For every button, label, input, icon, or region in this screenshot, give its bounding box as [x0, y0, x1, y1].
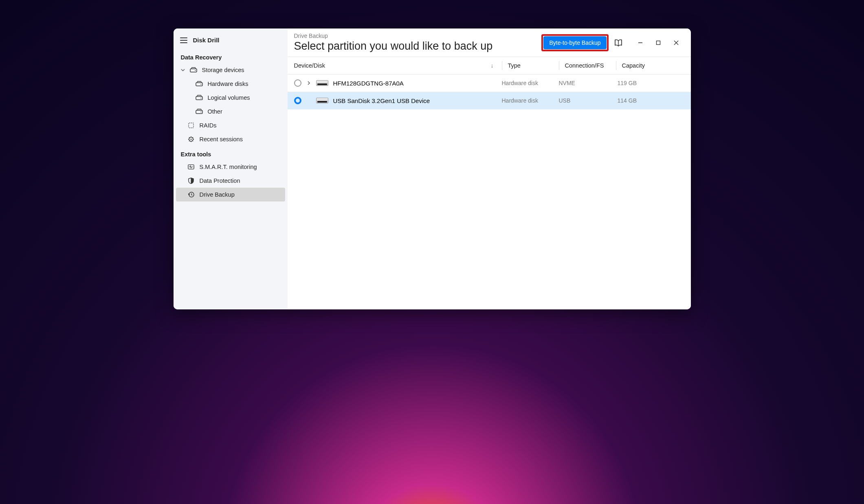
menu-icon[interactable]: [180, 37, 187, 43]
svg-point-1: [195, 70, 196, 71]
table-row[interactable]: USB SanDisk 3.2Gen1 USB Device Hardware …: [288, 92, 691, 110]
sidebar-item-label: Other: [208, 108, 222, 115]
column-header-connection[interactable]: Connection/FS: [559, 61, 616, 70]
svg-point-7: [200, 112, 201, 112]
nav-data-recovery: Storage devices Hardware disks Logical v…: [174, 63, 288, 146]
title-block: Drive Backup Select partition you would …: [294, 33, 542, 53]
close-button[interactable]: [667, 36, 685, 49]
sidebar-item-label: S.M.A.R.T. monitoring: [200, 164, 257, 170]
titlebar: Drive Backup Select partition you would …: [288, 28, 691, 57]
device-connection: NVME: [559, 80, 616, 86]
pulse-icon: [187, 163, 195, 171]
column-label: Capacity: [622, 62, 645, 69]
book-icon[interactable]: [614, 39, 622, 46]
column-header-type[interactable]: Type: [502, 61, 559, 70]
drive-icon: [196, 108, 203, 115]
chevron-down-icon: [181, 68, 185, 72]
sidebar-item-label: Data Protection: [200, 177, 240, 184]
device-connection: USB: [559, 97, 616, 104]
sort-arrow-down-icon: ↓: [491, 62, 494, 69]
sidebar: Disk Drill Data Recovery Storage devices…: [174, 28, 288, 309]
sidebar-item-recent-sessions[interactable]: Recent sessions: [174, 132, 288, 146]
sidebar-item-label: RAIDs: [200, 122, 217, 129]
raid-icon: [187, 122, 195, 129]
sidebar-item-label: Drive Backup: [200, 191, 235, 198]
column-label: Type: [508, 62, 521, 69]
svg-point-10: [190, 139, 191, 140]
drive-icon: [196, 94, 203, 101]
sidebar-item-storage-devices[interactable]: Storage devices: [174, 63, 288, 77]
device-type: Hardware disk: [502, 97, 559, 104]
app-title: Disk Drill: [193, 37, 220, 44]
column-header-device[interactable]: Device/Disk ↓: [294, 62, 502, 69]
device-name: HFM128GDGTNG-87A0A: [333, 80, 404, 87]
main-content: Drive Backup Select partition you would …: [288, 28, 691, 309]
sidebar-item-data-protection[interactable]: Data Protection: [174, 174, 288, 188]
highlight-annotation: Byte-to-byte Backup: [541, 34, 608, 51]
sidebar-item-label: Hardware disks: [208, 81, 248, 87]
sidebar-item-drive-backup[interactable]: Drive Backup: [176, 188, 285, 202]
sidebar-item-smart[interactable]: S.M.A.R.T. monitoring: [174, 160, 288, 174]
shield-icon: [187, 177, 195, 184]
drive-icon: [196, 80, 203, 88]
breadcrumb: Drive Backup: [294, 33, 542, 39]
sidebar-item-raids[interactable]: RAIDs: [174, 118, 288, 132]
chevron-right-icon[interactable]: [306, 81, 311, 85]
device-capacity: 114 GB: [616, 97, 684, 104]
minimize-button[interactable]: [631, 36, 649, 49]
column-label: Connection/FS: [565, 62, 604, 69]
device-name: USB SanDisk 3.2Gen1 USB Device: [333, 97, 430, 104]
svg-rect-6: [196, 110, 202, 114]
sidebar-header: Disk Drill: [174, 33, 288, 49]
history-icon: [187, 191, 195, 198]
device-cell: USB SanDisk 3.2Gen1 USB Device: [294, 97, 502, 104]
radio-unselected[interactable]: [294, 79, 301, 87]
device-type: Hardware disk: [502, 80, 559, 86]
svg-rect-0: [190, 69, 197, 72]
column-label: Device/Disk: [294, 62, 325, 69]
sidebar-item-logical-volumes[interactable]: Logical volumes: [174, 91, 288, 105]
sidebar-item-hardware-disks[interactable]: Hardware disks: [174, 77, 288, 91]
svg-rect-4: [196, 96, 202, 100]
radio-selected[interactable]: [294, 97, 301, 104]
hard-drive-icon: [316, 80, 328, 86]
nav-extra-tools: S.M.A.R.T. monitoring Data Protection Dr…: [174, 160, 288, 202]
drive-icon: [190, 66, 197, 74]
sidebar-item-label: Storage devices: [202, 67, 244, 73]
byte-to-byte-backup-button[interactable]: Byte-to-byte Backup: [543, 36, 606, 49]
hard-drive-icon: [316, 98, 328, 103]
svg-rect-8: [189, 123, 193, 128]
svg-rect-2: [196, 83, 202, 86]
table-row[interactable]: HFM128GDGTNG-87A0A Hardware disk NVME 11…: [288, 75, 691, 92]
device-cell: HFM128GDGTNG-87A0A: [294, 79, 502, 87]
sidebar-item-other[interactable]: Other: [174, 105, 288, 118]
section-extra-tools: Extra tools: [174, 146, 288, 160]
page-title: Select partition you would like to back …: [294, 40, 542, 53]
window-controls: [631, 36, 685, 49]
section-data-recovery: Data Recovery: [174, 49, 288, 63]
table-header-row: Device/Disk ↓ Type Connection/FS Capacit…: [288, 57, 691, 75]
svg-point-5: [200, 98, 201, 99]
device-capacity: 119 GB: [616, 80, 684, 86]
gear-icon: [187, 136, 195, 143]
sidebar-item-label: Recent sessions: [200, 136, 243, 142]
svg-rect-13: [656, 41, 660, 45]
app-window: Disk Drill Data Recovery Storage devices…: [174, 28, 691, 309]
column-header-capacity[interactable]: Capacity: [616, 61, 684, 70]
maximize-button[interactable]: [649, 36, 667, 49]
title-actions: Byte-to-byte Backup: [541, 34, 685, 51]
svg-point-3: [200, 84, 201, 85]
sidebar-item-label: Logical volumes: [208, 94, 250, 101]
